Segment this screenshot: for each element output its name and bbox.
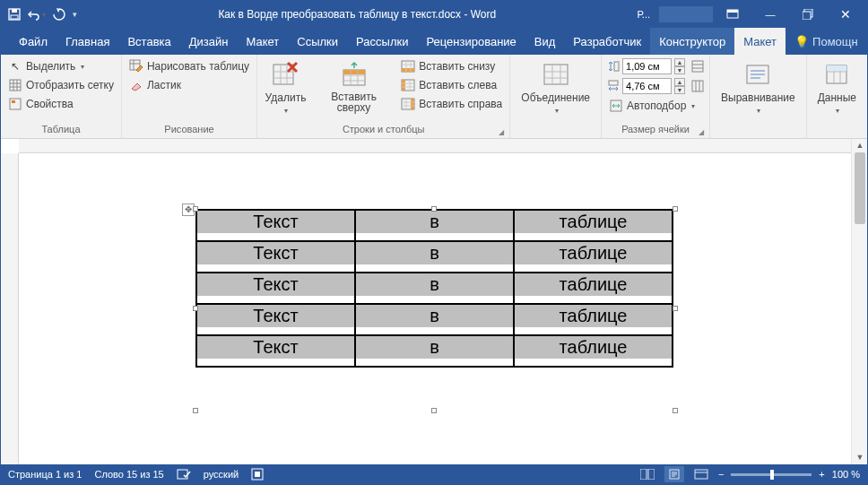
resize-handle[interactable] [673, 306, 678, 311]
delete-button[interactable]: Удалить [263, 58, 308, 117]
tab-mailings[interactable]: Рассылки [347, 28, 417, 55]
cell[interactable]: в [356, 305, 513, 334]
status-language[interactable]: русский [204, 469, 239, 480]
resize-handle[interactable] [193, 306, 198, 311]
cell[interactable]: таблице [515, 242, 672, 272]
tell-me-search[interactable]: 💡 Помощн [786, 35, 867, 48]
zoom-in-icon[interactable]: + [819, 469, 824, 480]
zoom-level[interactable]: 100 % [832, 469, 860, 480]
col-width-icon [607, 80, 620, 92]
undo-icon[interactable] [28, 8, 46, 21]
draw-table-button[interactable]: Нарисовать таблицу [127, 58, 251, 74]
table-row[interactable]: Текствтаблице [196, 210, 673, 241]
cell[interactable]: в [356, 211, 513, 240]
svg-rect-16 [402, 68, 414, 72]
cellsize-launcher-icon[interactable]: ◢ [699, 128, 704, 136]
restore-icon[interactable] [790, 1, 826, 28]
distribute-rows-icon[interactable] [691, 60, 704, 73]
tab-layout[interactable]: Макет [237, 28, 288, 55]
dialog-launcher-icon[interactable]: ◢ [499, 128, 504, 136]
width-up-icon[interactable]: ▲ [674, 78, 685, 86]
tab-references[interactable]: Ссылки [288, 28, 347, 55]
cell[interactable]: Текст [197, 336, 354, 366]
height-up-icon[interactable]: ▲ [674, 58, 685, 66]
scroll-up-icon[interactable]: ▲ [852, 139, 867, 152]
alignment-button[interactable]: Выравнивание [716, 58, 801, 117]
resize-handle[interactable] [193, 206, 198, 212]
cell[interactable]: в [356, 242, 513, 272]
width-down-icon[interactable]: ▼ [674, 86, 685, 94]
web-layout-icon[interactable] [691, 466, 711, 482]
cell[interactable]: Текст [197, 273, 354, 303]
tab-table-layout[interactable]: Макет [734, 28, 786, 55]
merge-button[interactable]: Объединение [516, 58, 595, 117]
status-page[interactable]: Страница 1 из 1 [8, 469, 82, 480]
resize-handle[interactable] [431, 206, 437, 212]
cell[interactable]: Текст [197, 211, 354, 240]
autofit-button[interactable]: Автоподбор [607, 98, 704, 114]
cell[interactable]: таблице [515, 211, 672, 240]
scroll-down-icon[interactable]: ▼ [852, 451, 867, 464]
close-icon[interactable]: ✕ [828, 1, 864, 28]
ribbon-options-icon[interactable] [715, 1, 751, 28]
eraser-button[interactable]: Ластик [127, 77, 251, 93]
tab-design[interactable]: Дизайн [180, 28, 238, 55]
resize-handle[interactable] [193, 408, 198, 413]
insert-left-button[interactable]: Вставить слева [399, 77, 504, 93]
cell[interactable]: Текст [197, 242, 354, 272]
resize-handle[interactable] [673, 408, 678, 413]
scroll-thumb[interactable] [855, 152, 865, 224]
col-width-control[interactable]: ▲▼ [607, 78, 704, 94]
view-gridlines-button[interactable]: Отобразить сетку [6, 77, 116, 93]
col-width-input[interactable] [622, 78, 672, 94]
zoom-knob[interactable] [770, 470, 774, 480]
zoom-out-icon[interactable]: − [718, 469, 724, 480]
insert-above-button[interactable]: Вставить сверху [314, 58, 394, 115]
minimize-icon[interactable]: — [752, 1, 788, 28]
insert-below-button[interactable]: Вставить снизу [399, 58, 504, 74]
save-icon[interactable] [8, 8, 21, 21]
document-page[interactable]: ✥ Текствтаблице Текствтаблице Текствтабл… [19, 153, 851, 464]
spellcheck-icon[interactable] [177, 468, 191, 481]
cell[interactable]: в [356, 336, 513, 366]
horizontal-ruler[interactable] [19, 139, 851, 153]
vertical-scrollbar[interactable]: ▲ ▼ [851, 139, 867, 464]
tab-view[interactable]: Вид [525, 28, 565, 55]
data-button[interactable]: Данные [812, 58, 862, 117]
distribute-cols-icon[interactable] [691, 80, 704, 92]
select-button[interactable]: ↖Выделить [6, 58, 116, 74]
macro-icon[interactable] [251, 468, 264, 481]
resize-handle[interactable] [431, 408, 437, 413]
properties-button[interactable]: Свойства [6, 96, 116, 112]
tab-table-design[interactable]: Конструктор [650, 28, 734, 55]
ribbon-tabs: Файл Главная Вставка Дизайн Макет Ссылки… [1, 28, 867, 55]
status-words[interactable]: Слово 15 из 15 [94, 469, 163, 480]
table-row[interactable]: Текствтаблице [196, 304, 673, 335]
qat-customize-icon[interactable]: ▾ [73, 10, 77, 19]
cell[interactable]: в [356, 273, 513, 303]
redo-icon[interactable] [53, 8, 65, 21]
cell[interactable]: таблице [515, 273, 672, 303]
table-row[interactable]: Текствтаблице [196, 273, 673, 304]
table-row[interactable]: Текствтаблице [196, 335, 673, 367]
tab-home[interactable]: Главная [56, 28, 118, 55]
cell[interactable]: таблице [515, 336, 672, 366]
print-layout-icon[interactable] [664, 466, 684, 482]
cell[interactable]: Текст [197, 305, 354, 334]
zoom-slider[interactable] [731, 473, 812, 476]
table-row[interactable]: Текствтаблице [196, 241, 673, 273]
tab-review[interactable]: Рецензирование [417, 28, 525, 55]
height-down-icon[interactable]: ▼ [674, 66, 685, 74]
resize-handle[interactable] [673, 206, 678, 212]
row-height-control[interactable]: ▲▼ [607, 58, 704, 74]
document-table[interactable]: Текствтаблице Текствтаблице Текствтаблиц… [195, 209, 673, 368]
row-height-input[interactable] [622, 58, 672, 74]
cell[interactable]: таблице [515, 305, 672, 334]
vertical-ruler[interactable] [1, 153, 19, 464]
tab-file[interactable]: Файл [10, 28, 56, 55]
account-short[interactable]: Р... [630, 1, 657, 28]
tab-developer[interactable]: Разработчик [564, 28, 650, 55]
read-mode-icon[interactable] [638, 466, 657, 482]
insert-right-button[interactable]: Вставить справа [399, 96, 504, 112]
tab-insert[interactable]: Вставка [118, 28, 179, 55]
